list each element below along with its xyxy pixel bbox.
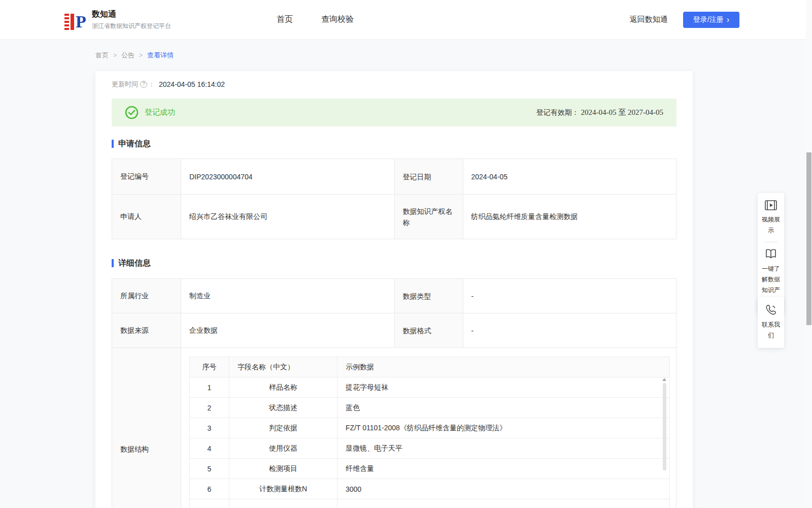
table-header-row: 序号 字段名称（中文） 示例数据 [190, 357, 670, 377]
logo-icon: P [64, 10, 87, 30]
top-header: P 数知通 浙江省数据知识产权登记平台 首页 查询校验 返回数知通 登录/注册 … [0, 0, 812, 40]
video-showcase-label: 视频展示 [759, 214, 783, 236]
applicant-label: 申请人 [112, 195, 181, 239]
validity-dates: 2024-04-05 至 2027-04-05 [581, 108, 663, 116]
page-scrollbar-thumb[interactable] [806, 152, 811, 325]
scrollbar-thumb[interactable] [663, 383, 666, 470]
scroll-up-arrow-icon[interactable] [662, 378, 666, 381]
login-register-label: 登录/注册 [693, 15, 724, 24]
book-icon [765, 248, 777, 260]
row-index: 3 [190, 418, 229, 438]
divider [764, 242, 777, 242]
reg-date-value: 2024-04-05 [463, 159, 676, 195]
nav-home[interactable]: 首页 [277, 14, 293, 25]
section-title: 详细信息 [118, 258, 151, 269]
logo[interactable]: P 数知通 浙江省数据知识产权登记平台 [64, 9, 171, 30]
update-time-label: 更新时间 [112, 80, 138, 89]
status-text: 登记成功 [145, 108, 175, 117]
logo-subtitle: 浙江省数据知识产权登记平台 [92, 22, 171, 30]
data-source-value: 企业数据 [181, 313, 395, 348]
row-index: 2 [190, 398, 229, 418]
sample-data: 显微镜、电子天平 [337, 438, 670, 459]
nav-query-verify[interactable]: 查询校验 [321, 14, 354, 25]
table-row: 4 使用仪器 显微镜、电子天平 [190, 438, 670, 459]
table-row-partial [190, 499, 670, 508]
breadcrumb: 首页 > 公告 > 查看详情 [95, 51, 812, 60]
sample-data: FZ/T 01101-2008《纺织品纤维含量的测定物理法》 [337, 418, 670, 438]
table-scrollbar[interactable] [662, 378, 666, 498]
table-row: 数据结构 序号 字段名称（中文） 示例数据 1 样品名称 提花字母短袜 [112, 348, 676, 508]
breadcrumb-current: 查看详情 [147, 51, 174, 60]
section-accent-bar [112, 259, 114, 267]
table-row: 6 计数测量根数N 3000 [190, 479, 670, 499]
col-sample-header: 示例数据 [337, 357, 670, 377]
data-format-label: 数据格式 [394, 313, 463, 348]
data-type-value: - [463, 279, 676, 313]
table-row: 数据来源 企业数据 数据格式 - [112, 313, 676, 348]
industry-label: 所属行业 [112, 279, 181, 313]
sample-data: 蓝色 [337, 398, 670, 418]
main-nav: 首页 查询校验 [277, 14, 354, 25]
sample-data: 提花字母短袜 [337, 377, 670, 398]
update-time-row: 更新时间 ? ： 2024-04-05 16:14:02 [112, 79, 676, 89]
video-icon [765, 200, 777, 210]
data-format-value: - [463, 313, 676, 348]
table-row: 登记编号 DIP2023000004704 登记日期 2024-04-05 [112, 159, 676, 195]
row-index: 6 [190, 479, 229, 499]
breadcrumb-separator: > [139, 52, 143, 59]
help-question-icon[interactable]: ? [140, 81, 147, 88]
field-name: 判定依据 [229, 418, 337, 438]
section-application-info: 申请信息 [112, 139, 676, 149]
validity-period: 登记有效期： 2024-04-05 至 2027-04-05 [536, 108, 663, 117]
dip-name-label: 数据知识产权名称 [394, 195, 463, 239]
structure-table: 序号 字段名称（中文） 示例数据 1 样品名称 提花字母短袜 2 状态描述 [189, 357, 670, 508]
phone-icon [765, 304, 776, 315]
logo-title: 数知通 [92, 9, 171, 20]
section-accent-bar [112, 140, 114, 148]
table-row: 申请人 绍兴市乙谷袜业有限公司 数据知识产权名称 纺织品氨纶纤维质量含量检测数据 [112, 195, 676, 239]
update-time-colon: ： [148, 80, 155, 89]
col-index-header: 序号 [190, 357, 229, 377]
applicant-value: 绍兴市乙谷袜业有限公司 [181, 195, 395, 239]
check-circle-icon [125, 106, 139, 119]
video-showcase-button[interactable]: 视频展示 [759, 200, 783, 236]
dip-name-value: 纺织品氨纶纤维质量含量检测数据 [463, 195, 676, 239]
breadcrumb-home[interactable]: 首页 [95, 51, 109, 60]
sample-data: 3000 [337, 479, 670, 499]
data-structure-cell: 序号 字段名称（中文） 示例数据 1 样品名称 提花字母短袜 2 状态描述 [181, 348, 676, 508]
field-name: 检测项目 [229, 459, 337, 479]
reg-date-label: 登记日期 [394, 159, 463, 195]
side-widget-top: 视频展示 一键了解数据知识产权 [758, 193, 784, 313]
row-index: 4 [190, 438, 229, 459]
col-fieldname-header: 字段名称（中文） [229, 357, 337, 377]
field-name: 状态描述 [229, 398, 337, 418]
sample-data: 纤维含量 [337, 459, 670, 479]
detail-card: 更新时间 ? ： 2024-04-05 16:14:02 登记成功 登记有效期：… [95, 71, 693, 508]
field-name: 样品名称 [229, 377, 337, 398]
industry-value: 制造业 [181, 279, 395, 313]
validity-label: 登记有效期： [536, 108, 579, 116]
login-register-button[interactable]: 登录/注册 › [683, 12, 739, 28]
data-source-label: 数据来源 [112, 313, 181, 348]
table-row: 3 判定依据 FZ/T 01101-2008《纺织品纤维含量的测定物理法》 [190, 418, 670, 438]
row-index: 1 [190, 377, 229, 398]
application-info-table: 登记编号 DIP2023000004704 登记日期 2024-04-05 申请… [112, 158, 676, 239]
page-scrollbar[interactable] [806, 0, 812, 508]
reg-number-label: 登记编号 [112, 159, 181, 195]
section-title: 申请信息 [118, 139, 151, 149]
back-to-shuzhitong-link[interactable]: 返回数知通 [630, 15, 668, 24]
chevron-right-icon: › [727, 16, 729, 24]
structure-table-wrap: 序号 字段名称（中文） 示例数据 1 样品名称 提花字母短袜 2 状态描述 [189, 357, 669, 508]
reg-number-value: DIP2023000004704 [181, 159, 395, 195]
field-name: 使用仪器 [229, 438, 337, 459]
table-row: 5 检测项目 纤维含量 [190, 459, 670, 479]
field-name: 计数测量根数N [229, 479, 337, 499]
table-row: 2 状态描述 蓝色 [190, 398, 670, 418]
side-widget-contact[interactable]: 联系我们 [758, 297, 784, 348]
registration-success-banner: 登记成功 登记有效期： 2024-04-05 至 2027-04-05 [112, 99, 676, 126]
table-row: 所属行业 制造业 数据类型 - [112, 279, 676, 313]
table-row: 1 样品名称 提花字母短袜 [190, 377, 670, 398]
data-structure-label: 数据结构 [112, 348, 181, 508]
contact-us-label: 联系我们 [759, 320, 783, 341]
breadcrumb-announcements[interactable]: 公告 [121, 51, 134, 60]
